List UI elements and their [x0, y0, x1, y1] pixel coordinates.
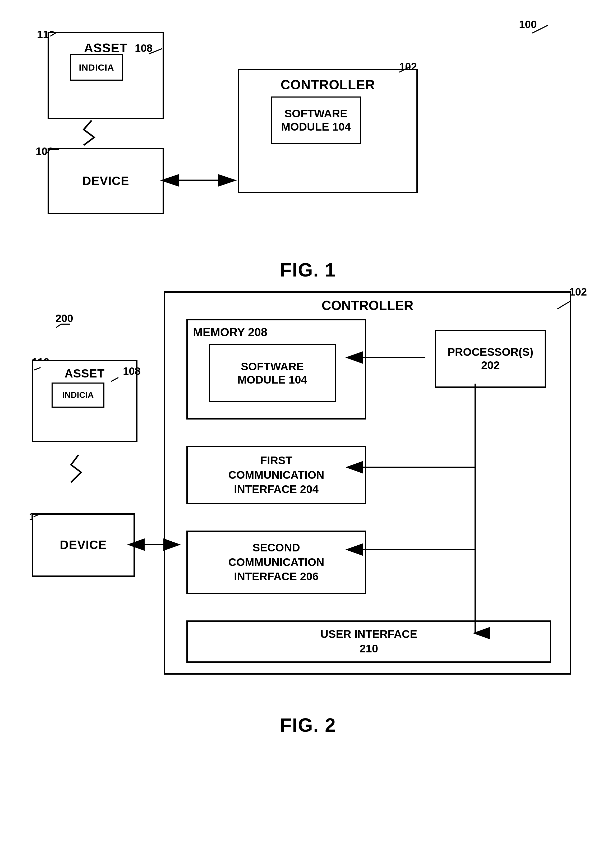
fig2-user-interface-label: USER INTERFACE210: [320, 627, 417, 656]
fig2-device-box: DEVICE: [32, 513, 135, 577]
fig1-software-label: SOFTWAREMODULE 104: [281, 107, 351, 134]
fig1-asset-label: ASSET: [84, 40, 128, 56]
ref2-200-label: 200: [56, 312, 73, 324]
fig2-processor-box: PROCESSOR(S)202: [435, 330, 546, 388]
fig2-controller-box: CONTROLLER MEMORY 208 SOFTWAREMODULE 104…: [164, 291, 571, 674]
fig1-indicia-label: INDICIA: [79, 62, 114, 73]
fig2-first-comm-box: FIRSTCOMMUNICATIONINTERFACE 204: [186, 446, 366, 504]
fig2-second-comm-box: SECONDCOMMUNICATIONINTERFACE 206: [186, 531, 366, 594]
fig2-second-comm-label: SECONDCOMMUNICATIONINTERFACE 206: [228, 541, 324, 584]
fig2-memory-label: MEMORY 208: [193, 325, 267, 339]
fig1-device-label: DEVICE: [82, 174, 129, 188]
fig1-software-box: SOFTWAREMODULE 104: [271, 97, 361, 144]
fig2-device-label: DEVICE: [60, 538, 107, 552]
fig2-memory-box: MEMORY 208 SOFTWAREMODULE 104: [186, 319, 366, 419]
fig1-controller-box: CONTROLLER SOFTWAREMODULE 104: [238, 69, 418, 193]
ref-100-label: 100: [519, 19, 537, 31]
fig2-processor-label: PROCESSOR(S)202: [447, 346, 533, 372]
fig1-device-box: DEVICE: [48, 148, 164, 214]
svg-line-16: [56, 324, 61, 327]
ref2-100-label: 102: [569, 286, 587, 298]
fig1-controller-label: CONTROLLER: [280, 77, 375, 93]
fig2-indicia-box: INDICIA: [51, 383, 104, 408]
fig1-indicia-box: INDICIA: [70, 54, 123, 81]
fig2-software-box: SOFTWAREMODULE 104: [209, 344, 336, 402]
fig1-caption: FIG. 1: [21, 259, 595, 281]
fig2-user-interface-box: USER INTERFACE210: [186, 620, 551, 663]
fig2-asset-box: ASSET INDICIA: [32, 360, 138, 442]
page: 100 110 ASSET INDICIA 108 106 DEVICE CON…: [0, 0, 616, 843]
ref-102-label: 102: [399, 61, 417, 73]
fig2-section: 102 200 CONTROLLER MEMORY 208 SOFTWAREMO…: [21, 281, 595, 736]
fig2-controller-label: CONTROLLER: [165, 298, 570, 313]
fig2-indicia-label: INDICIA: [62, 390, 94, 400]
fig2-asset-label: ASSET: [65, 367, 105, 381]
fig1-diagram: 100 110 ASSET INDICIA 108 106 DEVICE CON…: [21, 16, 595, 243]
ref2-108-label: 108: [123, 365, 141, 377]
fig2-caption: FIG. 2: [21, 714, 595, 736]
fig2-diagram: 102 200 CONTROLLER MEMORY 208 SOFTWAREMO…: [21, 281, 595, 704]
fig2-first-comm-label: FIRSTCOMMUNICATIONINTERFACE 204: [228, 453, 324, 497]
ref-108-label: 108: [135, 42, 153, 54]
fig2-software-label: SOFTWAREMODULE 104: [238, 360, 307, 387]
